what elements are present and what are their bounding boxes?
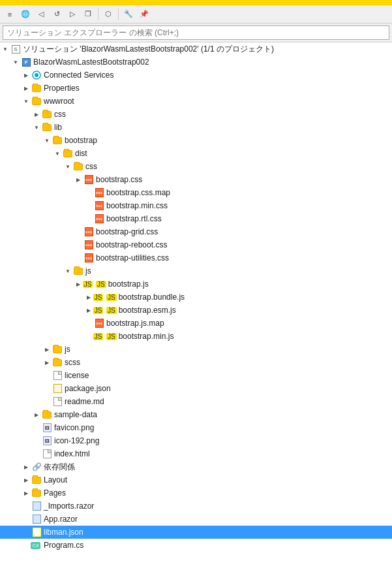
tree-item-bootstrap.rtl.css[interactable]: cssbootstrap.rtl.css — [0, 212, 392, 225]
item-label: ソリューション 'BlazorWasmLastestBootstrap002' … — [23, 42, 274, 56]
tree-item-lib[interactable]: lib — [0, 121, 392, 134]
item-label: bootstrap-reboot.css — [96, 238, 167, 251]
toolbar: ≡ 🌐 ◁ ↺ ▷ ❐ ⬡ 🔧 📌 — [0, 5, 392, 24]
sep2 — [118, 8, 119, 20]
tree-item-bootstrap.css.map[interactable]: cssbootstrap.css.map — [0, 186, 392, 199]
item-label: package.json — [65, 382, 111, 395]
properties-btn[interactable]: 🔧 — [121, 7, 136, 22]
tree-item-package.json[interactable]: package.json — [0, 382, 392, 395]
item-label: license — [65, 369, 89, 382]
search-container — [0, 24, 392, 42]
item-label: favicon.png — [54, 421, 94, 434]
item-label: bootstrap.bundle.js — [119, 291, 185, 304]
tree-item-scss[interactable]: scss — [0, 356, 392, 369]
tree-item-project[interactable]: PBlazorWasmLastestBootstrap002 — [0, 56, 392, 69]
item-label: bootstrap.css.map — [106, 186, 170, 199]
tree-item-license[interactable]: license — [0, 369, 392, 382]
tree-item-css2[interactable]: css — [0, 160, 392, 173]
tree-item-pages[interactable]: Pages — [0, 486, 392, 500]
item-label: bootstrap.js — [108, 278, 149, 291]
tree-item-bootstrap[interactable]: bootstrap — [0, 134, 392, 147]
item-label: Program.cs — [44, 539, 83, 552]
tree-item-bootstrap.js.map[interactable]: cssbootstrap.js.map — [0, 317, 392, 330]
tree-item-sample-data[interactable]: sample-data — [0, 408, 392, 421]
js-badge: JS — [96, 281, 106, 288]
tree-item-wwwroot[interactable]: wwwroot — [0, 95, 392, 108]
tree-item-bootstrap.bundle.js[interactable]: JSJSbootstrap.bundle.js — [0, 291, 392, 304]
tree-item-dependencies[interactable]: 🔗依存関係 — [0, 460, 392, 473]
refresh-btn[interactable]: ↺ — [50, 7, 64, 22]
item-label: js — [65, 343, 70, 356]
sep1 — [98, 8, 98, 20]
forward-btn[interactable]: ▷ — [65, 7, 80, 22]
tree-item-favicon.png[interactable]: 🖼favicon.png — [0, 421, 392, 434]
tree-item-dist[interactable]: dist — [0, 147, 392, 160]
item-label: App.razor — [44, 513, 78, 526]
tree-item-index.html[interactable]: index.html — [0, 447, 392, 460]
item-label: dist — [75, 147, 87, 160]
tree-item-icon-192.png[interactable]: 🖼icon-192.png — [0, 434, 392, 447]
item-label: Pages — [44, 486, 66, 500]
item-label: 依存関係 — [44, 460, 75, 473]
tree-item-css-dir[interactable]: css — [0, 108, 392, 121]
item-label: bootstrap-utilities.css — [96, 251, 169, 264]
js-badge: JS — [106, 333, 117, 340]
collapse-all-button[interactable]: ≡ — [3, 7, 17, 22]
item-label: bootstrap.min.css — [106, 199, 168, 212]
search-input[interactable] — [3, 25, 389, 40]
tree-item-properties[interactable]: Properties — [0, 82, 392, 95]
tree-item-bootstrap-grid.css[interactable]: cssbootstrap-grid.css — [0, 225, 392, 238]
tree-item-_imports.razor[interactable]: _Imports.razor — [0, 500, 392, 513]
item-label: bootstrap — [65, 134, 97, 147]
tree-item-program.cs[interactable]: C#Program.cs — [0, 539, 392, 552]
item-label: BlazorWasmLastestBootstrap002 — [33, 56, 149, 69]
item-label: icon-192.png — [54, 434, 99, 447]
item-label: css — [54, 108, 66, 121]
tree-item-bootstrap.esm.js[interactable]: JSJSbootstrap.esm.js — [0, 304, 392, 317]
tree-item-readme.md[interactable]: readme.md — [0, 395, 392, 408]
title-bar — [0, 0, 392, 5]
item-label: Layout — [44, 473, 67, 486]
item-label: bootstrap-grid.css — [96, 225, 158, 238]
item-label: bootstrap.css — [96, 173, 142, 186]
item-label: _Imports.razor — [44, 500, 94, 513]
tree-item-layout[interactable]: Layout — [0, 473, 392, 486]
item-label: scss — [65, 356, 80, 369]
item-label: Properties — [44, 82, 80, 95]
item-label: libman.json — [44, 526, 83, 539]
web-btn[interactable]: 🌐 — [18, 7, 33, 22]
back-btn[interactable]: ◁ — [34, 7, 48, 22]
tree-item-bootstrap.min.js[interactable]: JSJSbootstrap.min.js — [0, 330, 392, 343]
copy-btn[interactable]: ❐ — [81, 7, 95, 22]
tree-item-bootstrap-reboot.css[interactable]: cssbootstrap-reboot.css — [0, 238, 392, 251]
tree-item-js-dir[interactable]: js — [0, 264, 392, 278]
item-label: sample-data — [54, 408, 97, 421]
item-label: bootstrap.min.js — [119, 330, 174, 343]
tree-item-bootstrap-utilities.css[interactable]: cssbootstrap-utilities.css — [0, 251, 392, 264]
tree-item-bootstrap.min.css[interactable]: cssbootstrap.min.css — [0, 199, 392, 212]
item-label: bootstrap.js.map — [106, 317, 164, 330]
tree-container[interactable]: Sソリューション 'BlazorWasmLastestBootstrap002'… — [0, 42, 392, 572]
item-label: Connected Services — [44, 69, 113, 82]
tree-item-js2[interactable]: js — [0, 343, 392, 356]
svg-point-1 — [35, 73, 38, 77]
item-label: lib — [54, 121, 62, 134]
item-label: wwwroot — [44, 95, 74, 108]
tree-item-bootstrap.js[interactable]: JSJSbootstrap.js — [0, 278, 392, 291]
filter-btn[interactable]: ⬡ — [101, 7, 115, 22]
item-label: js — [85, 264, 91, 278]
tree-item-connected[interactable]: Connected Services — [0, 69, 392, 82]
tree-item-solution[interactable]: Sソリューション 'BlazorWasmLastestBootstrap002'… — [0, 42, 392, 56]
item-label: css — [85, 160, 97, 173]
item-label: index.html — [54, 447, 90, 460]
tree-item-bootstrap.css[interactable]: cssbootstrap.css — [0, 173, 392, 186]
js-badge: JS — [106, 294, 117, 301]
tree-item-app.razor[interactable]: App.razor — [0, 513, 392, 526]
tree-item-libman.json[interactable]: libman.json — [0, 526, 392, 539]
js-badge: JS — [106, 307, 117, 314]
item-label: readme.md — [65, 395, 104, 408]
item-label: bootstrap.rtl.css — [106, 212, 162, 225]
pin-btn[interactable]: 📌 — [137, 7, 151, 22]
item-label: bootstrap.esm.js — [119, 304, 176, 317]
